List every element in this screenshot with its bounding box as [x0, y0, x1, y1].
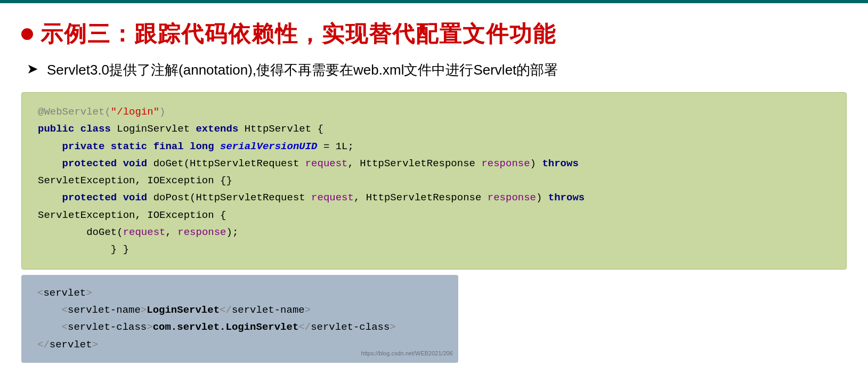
code-line-2: public class LoginServlet extends HttpSe… — [38, 120, 830, 137]
code-line-8: doGet(request, response); — [38, 224, 830, 241]
bullet-dot — [21, 28, 33, 40]
subtitle-line: ➤ Servlet3.0提供了注解(annotation),使得不再需要在web… — [21, 60, 847, 80]
code-block-blue: <servlet> <servlet-name>LoginServlet</se… — [21, 275, 458, 363]
code-line-1: @WebServlet("/login") — [38, 103, 830, 120]
code-line-9: } } — [38, 241, 830, 258]
watermark: https://blog.csdn.net/WEB2021/206 — [361, 348, 453, 359]
blue-line-1: <servlet> — [37, 285, 442, 302]
content-area: 示例三：跟踪代码依赖性，实现替代配置文件功能 ➤ Servlet3.0提供了注解… — [0, 3, 868, 373]
code-line-6: protected void doPost(HttpServletRequest… — [38, 189, 830, 206]
page-title: 示例三：跟踪代码依赖性，实现替代配置文件功能 — [40, 19, 556, 49]
title-line: 示例三：跟踪代码依赖性，实现替代配置文件功能 — [21, 19, 847, 49]
code-block-green: @WebServlet("/login") public class Login… — [21, 92, 847, 270]
code-line-3: private static final long serialVersionU… — [38, 138, 830, 155]
arrow-icon: ➤ — [27, 61, 38, 77]
code-line-5: ServletException, IOException {} — [38, 172, 830, 189]
blue-line-3: <servlet-class>com.servlet.LoginServlet<… — [37, 319, 442, 336]
code-line-7: ServletException, IOException { — [38, 207, 830, 224]
blue-line-2: <servlet-name>LoginServlet</servlet-name… — [37, 302, 442, 319]
subtitle-text: Servlet3.0提供了注解(annotation),使得不再需要在web.x… — [47, 60, 558, 80]
code-line-4: protected void doGet(HttpServletRequest … — [38, 155, 830, 172]
